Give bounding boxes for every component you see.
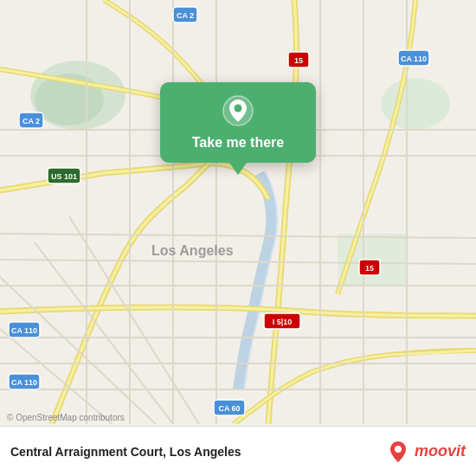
map-roads: CA 2 CA 2 15 CA 110 US 101 CA 110 CA 110… [0, 0, 476, 424]
moovit-brand-icon [385, 439, 411, 465]
copyright-text: © OpenStreetMap contributors [7, 413, 125, 422]
location-title: Central Arraignment Court, Los Angeles [10, 445, 376, 459]
svg-text:CA 2: CA 2 [23, 117, 40, 125]
svg-text:I 5|10: I 5|10 [273, 318, 293, 326]
svg-point-48 [395, 446, 402, 453]
map-container: CA 2 CA 2 15 CA 110 US 101 CA 110 CA 110… [0, 0, 476, 476]
svg-text:15: 15 [294, 56, 303, 65]
svg-text:CA 60: CA 60 [218, 404, 240, 413]
moovit-brand-name: moovit [415, 442, 466, 460]
svg-text:CA 2: CA 2 [177, 11, 194, 20]
svg-text:CA 110: CA 110 [401, 55, 427, 63]
svg-text:US 101: US 101 [51, 172, 77, 181]
svg-text:Los Angeles: Los Angeles [151, 243, 234, 258]
svg-text:CA 110: CA 110 [11, 326, 37, 335]
info-bar: Central Arraignment Court, Los Angeles m… [0, 426, 476, 476]
popup-card[interactable]: Take me there [160, 82, 316, 163]
location-pin-icon [222, 94, 254, 127]
svg-text:15: 15 [365, 264, 374, 273]
svg-text:CA 110: CA 110 [11, 378, 37, 387]
take-me-there-button[interactable]: Take me there [192, 134, 284, 151]
location-info: Central Arraignment Court, Los Angeles [10, 445, 376, 459]
svg-point-46 [235, 105, 242, 113]
moovit-logo: moovit [385, 439, 466, 465]
